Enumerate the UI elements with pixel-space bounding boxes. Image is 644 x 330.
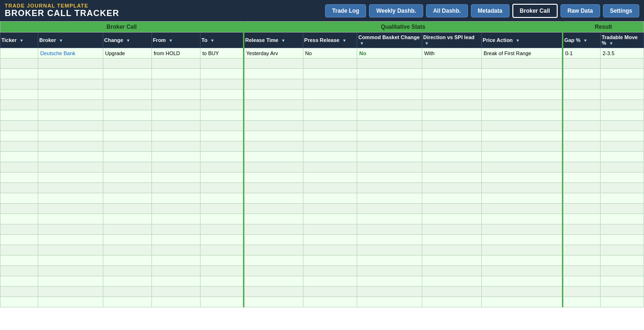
- cell-broker[interactable]: Deutsche Bank: [38, 48, 103, 58]
- cell-empty[interactable]: [562, 141, 600, 152]
- cell-empty[interactable]: [482, 193, 563, 204]
- cell-empty[interactable]: [303, 121, 357, 131]
- cell-empty[interactable]: [243, 256, 303, 266]
- cell-empty[interactable]: [0, 141, 38, 152]
- cell-empty[interactable]: [562, 183, 600, 193]
- cell-empty[interactable]: [103, 256, 151, 266]
- cell-empty[interactable]: [562, 204, 600, 214]
- cell-empty[interactable]: [201, 162, 244, 173]
- cell-empty[interactable]: [303, 141, 357, 152]
- cell-empty[interactable]: [422, 141, 481, 152]
- cell-empty[interactable]: [357, 256, 422, 266]
- cell-empty[interactable]: [103, 131, 151, 141]
- cell-empty[interactable]: [0, 152, 38, 162]
- cell-empty[interactable]: [151, 287, 200, 297]
- cell-empty[interactable]: [243, 193, 303, 204]
- cell-empty[interactable]: [243, 235, 303, 245]
- cell-empty[interactable]: [201, 276, 244, 287]
- cell-empty[interactable]: [562, 69, 600, 79]
- cell-empty[interactable]: [303, 173, 357, 183]
- cell-empty[interactable]: [562, 256, 600, 266]
- cell-empty[interactable]: [303, 235, 357, 245]
- cell-empty[interactable]: [0, 131, 38, 141]
- cell-empty[interactable]: [38, 100, 103, 110]
- cell-empty[interactable]: [303, 245, 357, 256]
- cell-empty[interactable]: [151, 79, 200, 90]
- cell-empty[interactable]: [201, 79, 244, 90]
- cell-empty[interactable]: [562, 297, 600, 307]
- cell-empty[interactable]: [562, 58, 600, 69]
- nav-metadata[interactable]: Metadata: [471, 4, 510, 17]
- cell-empty[interactable]: [482, 204, 563, 214]
- cell-empty[interactable]: [243, 58, 303, 69]
- cell-empty[interactable]: [482, 235, 563, 245]
- cell-empty[interactable]: [601, 162, 644, 173]
- cell-empty[interactable]: [243, 297, 303, 307]
- cell-empty[interactable]: [151, 266, 200, 276]
- cell-empty[interactable]: [601, 69, 644, 79]
- cell-empty[interactable]: [243, 131, 303, 141]
- cell-empty[interactable]: [0, 297, 38, 307]
- cell-empty[interactable]: [38, 224, 103, 235]
- cell-empty[interactable]: [38, 79, 103, 90]
- cell-empty[interactable]: [482, 245, 563, 256]
- cell-empty[interactable]: [38, 58, 103, 69]
- cell-empty[interactable]: [303, 287, 357, 297]
- cell-empty[interactable]: [562, 287, 600, 297]
- cell-empty[interactable]: [601, 173, 644, 183]
- cell-change[interactable]: Upgrade: [103, 48, 151, 58]
- cell-empty[interactable]: [482, 173, 563, 183]
- cell-empty[interactable]: [243, 204, 303, 214]
- cell-empty[interactable]: [303, 79, 357, 90]
- cell-empty[interactable]: [201, 287, 244, 297]
- cell-empty[interactable]: [303, 69, 357, 79]
- cell-empty[interactable]: [0, 256, 38, 266]
- cell-empty[interactable]: [601, 110, 644, 121]
- cell-empty[interactable]: [601, 245, 644, 256]
- cell-empty[interactable]: [422, 162, 481, 173]
- cell-empty[interactable]: [601, 79, 644, 90]
- cell-empty[interactable]: [601, 152, 644, 162]
- cell-empty[interactable]: [303, 224, 357, 235]
- cell-empty[interactable]: [601, 100, 644, 110]
- cell-empty[interactable]: [243, 276, 303, 287]
- cell-empty[interactable]: [0, 276, 38, 287]
- cell-empty[interactable]: [38, 193, 103, 204]
- cell-empty[interactable]: [482, 100, 563, 110]
- cell-empty[interactable]: [103, 58, 151, 69]
- cell-empty[interactable]: [151, 90, 200, 100]
- nav-broker-call[interactable]: Broker Call: [512, 4, 558, 18]
- cell-empty[interactable]: [0, 69, 38, 79]
- cell-empty[interactable]: [601, 183, 644, 193]
- cell-empty[interactable]: [422, 297, 481, 307]
- cell-empty[interactable]: [151, 214, 200, 224]
- nav-settings[interactable]: Settings: [603, 4, 639, 17]
- cell-empty[interactable]: [0, 162, 38, 173]
- cell-empty[interactable]: [562, 79, 600, 90]
- cell-empty[interactable]: [151, 235, 200, 245]
- cell-empty[interactable]: [0, 90, 38, 100]
- cell-empty[interactable]: [562, 173, 600, 183]
- cell-empty[interactable]: [201, 100, 244, 110]
- cell-empty[interactable]: [151, 193, 200, 204]
- cell-empty[interactable]: [422, 204, 481, 214]
- cell-empty[interactable]: [38, 183, 103, 193]
- cell-empty[interactable]: [38, 297, 103, 307]
- cell-empty[interactable]: [562, 131, 600, 141]
- cell-empty[interactable]: [482, 297, 563, 307]
- cell-empty[interactable]: [422, 173, 481, 183]
- cell-empty[interactable]: [103, 141, 151, 152]
- cell-empty[interactable]: [562, 100, 600, 110]
- cell-empty[interactable]: [601, 90, 644, 100]
- cell-empty[interactable]: [201, 214, 244, 224]
- cell-empty[interactable]: [357, 214, 422, 224]
- col-header-price-action[interactable]: Price Action ▼: [482, 33, 563, 48]
- cell-empty[interactable]: [151, 121, 200, 131]
- cell-empty[interactable]: [103, 214, 151, 224]
- cell-empty[interactable]: [482, 287, 563, 297]
- cell-empty[interactable]: [103, 173, 151, 183]
- cell-empty[interactable]: [422, 245, 481, 256]
- cell-empty[interactable]: [243, 245, 303, 256]
- col-header-broker[interactable]: Broker ▼: [38, 33, 103, 48]
- col-header-direction[interactable]: Direction vs SPI lead ▼: [422, 33, 481, 48]
